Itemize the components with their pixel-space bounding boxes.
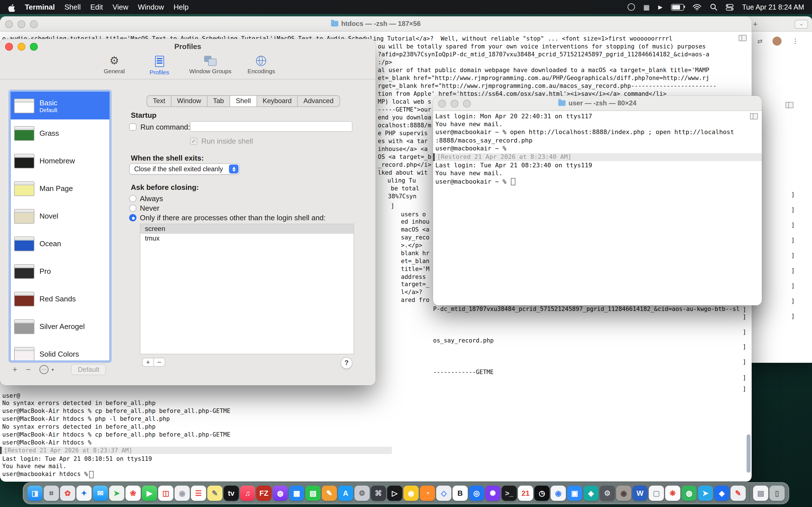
- profile-item-man-page[interactable]: Man Page: [11, 175, 109, 202]
- toolbar-item-general[interactable]: ⚙General: [99, 55, 130, 75]
- shell-exits-dropdown[interactable]: Close if the shell exited cleanly: [129, 163, 240, 175]
- search-icon[interactable]: [710, 3, 717, 11]
- minimize-button[interactable]: [17, 43, 26, 51]
- dock-icon-blue-app-2[interactable]: ◆: [714, 486, 729, 501]
- tab-tab[interactable]: Tab: [207, 96, 230, 107]
- tab-text[interactable]: Text: [147, 96, 171, 107]
- dock-icon-maps[interactable]: ➤: [109, 486, 124, 501]
- dock-icon-contacts[interactable]: ◉: [174, 486, 190, 501]
- close-button[interactable]: [438, 100, 446, 108]
- toolbar-item-window-groups[interactable]: Window Groups: [189, 55, 231, 75]
- dock-icon-music[interactable]: ♫: [240, 486, 255, 501]
- process-list[interactable]: screentmux: [140, 224, 354, 354]
- dock-icon-safari[interactable]: ✦: [77, 486, 92, 501]
- dock-icon-blue-app[interactable]: ◎: [469, 486, 484, 501]
- dock-icon-calendar[interactable]: ◫: [158, 486, 173, 501]
- dock-icon-pages[interactable]: ✎: [322, 486, 337, 501]
- dock-icon-mail[interactable]: ✉: [93, 486, 108, 501]
- toolbar-item-profiles[interactable]: Profiles: [144, 55, 174, 75]
- dock-icon-firefox[interactable]: ◔: [420, 486, 435, 501]
- user-titlebar[interactable]: user — -zsh — 80×24: [433, 96, 762, 111]
- dock-icon-launchpad[interactable]: ⌗: [44, 486, 59, 501]
- zoom-button[interactable]: [463, 100, 471, 108]
- ask-option-1[interactable]: Never: [129, 204, 159, 212]
- dock-icon-shield-app[interactable]: ◇: [436, 486, 451, 501]
- menu-view[interactable]: View: [112, 3, 128, 11]
- profile-item-grass[interactable]: Grass: [11, 119, 109, 147]
- process-item-tmux[interactable]: tmux: [140, 234, 354, 243]
- dock-icon-terminal[interactable]: >_: [502, 486, 517, 501]
- profile-item-solid-colors[interactable]: Solid Colors: [11, 340, 109, 361]
- dock-icon-purple-app[interactable]: ✺: [485, 486, 500, 501]
- dock-icon-chrome[interactable]: ◉: [551, 486, 566, 501]
- dock-icon-numbers[interactable]: ▤: [305, 486, 320, 501]
- logi-options-icon[interactable]: [627, 3, 635, 11]
- dock-icon-apple-tv[interactable]: ▷: [387, 486, 402, 501]
- keyboard-grid-icon[interactable]: ▦: [644, 4, 650, 10]
- dock-icon-yellow-app[interactable]: ◉: [403, 486, 419, 501]
- terminal-settings-window[interactable]: Profiles ⚙GeneralProfilesWindow GroupsEn…: [0, 39, 375, 385]
- help-button[interactable]: ?: [341, 357, 352, 369]
- add-profile-button[interactable]: +: [12, 365, 17, 374]
- dock-icon-calendar-date[interactable]: 21: [518, 486, 533, 501]
- dock-icon-docs-stack[interactable]: ▤: [753, 486, 768, 501]
- dock-icon-bold-browser[interactable]: B: [453, 486, 468, 501]
- user-terminal-window[interactable]: user — -zsh — 80×24 Last login: Mon Apr …: [433, 96, 762, 305]
- menu-window[interactable]: Window: [138, 3, 164, 11]
- dock-icon-tv[interactable]: tv: [223, 486, 239, 501]
- remove-profile-button[interactable]: −: [26, 365, 31, 374]
- dock-icon-filezilla[interactable]: FZ: [256, 486, 271, 501]
- dock-icon-keynote[interactable]: ▦: [289, 486, 304, 501]
- chevron-down-icon[interactable]: ⌄: [795, 20, 808, 29]
- ask-option-2[interactable]: Only if there are processes other than t…: [129, 214, 326, 222]
- dock-icon-paint-app[interactable]: ✎: [730, 486, 746, 501]
- close-button[interactable]: [5, 43, 13, 51]
- screen-mirroring-icon[interactable]: ▶: [658, 4, 663, 10]
- profile-item-silver-aerogel[interactable]: Silver Aerogel: [11, 313, 109, 340]
- dock-icon-app-store[interactable]: A: [338, 486, 353, 501]
- zoom-button[interactable]: [30, 43, 38, 51]
- ask-option-0[interactable]: Always: [129, 194, 163, 203]
- swap-icon[interactable]: ⇄: [757, 38, 762, 45]
- dock-icon-photos[interactable]: ❀: [125, 486, 141, 501]
- dock-icon-podcasts[interactable]: ◍: [273, 486, 288, 501]
- dock-icon-white-app[interactable]: ▢: [649, 486, 664, 501]
- process-item-screen[interactable]: screen: [140, 224, 354, 234]
- dock-icon-system-settings[interactable]: ⚙: [354, 486, 370, 501]
- new-tab-button[interactable]: +: [753, 19, 758, 29]
- tab-advanced[interactable]: Advanced: [298, 96, 339, 107]
- dock-icon-color-dots[interactable]: ✿: [60, 486, 75, 501]
- dock-icon-gimp[interactable]: ◉: [616, 486, 631, 501]
- dock-icon-green-app[interactable]: ◍: [681, 486, 697, 501]
- run-command-input[interactable]: [190, 121, 352, 132]
- apple-menu-icon[interactable]: [8, 3, 15, 11]
- kebab-menu-icon[interactable]: ⋮: [792, 37, 799, 45]
- menu-bar-clock[interactable]: Tue Apr 21 8:24 AM: [742, 3, 804, 11]
- control-center-icon[interactable]: [726, 4, 733, 10]
- remove-process-button[interactable]: −: [153, 358, 165, 367]
- menu-help[interactable]: Help: [174, 3, 189, 11]
- wifi-icon[interactable]: [693, 4, 702, 10]
- dock-icon-facetime[interactable]: ▶: [142, 486, 157, 501]
- run-command-checkbox[interactable]: [129, 123, 137, 131]
- menu-shell[interactable]: Shell: [64, 3, 81, 11]
- tab-shell[interactable]: Shell: [230, 96, 257, 107]
- add-process-button[interactable]: +: [142, 358, 154, 367]
- profile-item-red-sands[interactable]: Red Sands: [11, 285, 109, 313]
- dock-icon-trash[interactable]: ▯: [769, 486, 784, 501]
- dock-icon-clock[interactable]: ◷: [534, 486, 550, 501]
- dock-icon-finder[interactable]: ◨: [28, 486, 43, 501]
- profile-actions-menu-icon[interactable]: ⋯: [39, 365, 48, 374]
- toolbar-item-encodings[interactable]: Encodings: [246, 55, 276, 75]
- dock-icon-gear-app[interactable]: ⚙: [600, 486, 615, 501]
- dock-icon-word[interactable]: W: [632, 486, 648, 501]
- tab-keyboard[interactable]: Keyboard: [257, 96, 298, 107]
- battery-icon[interactable]: [671, 4, 684, 10]
- avatar[interactable]: [772, 37, 781, 46]
- profile-item-ocean[interactable]: Ocean: [11, 230, 109, 258]
- profile-item-novel[interactable]: Novel: [11, 202, 109, 230]
- app-menu-title[interactable]: Terminal: [25, 3, 55, 11]
- run-inside-shell-checkbox[interactable]: ✓: [190, 137, 197, 145]
- tab-window[interactable]: Window: [171, 96, 207, 107]
- dock-icon-color-wheel[interactable]: ❋: [665, 486, 680, 501]
